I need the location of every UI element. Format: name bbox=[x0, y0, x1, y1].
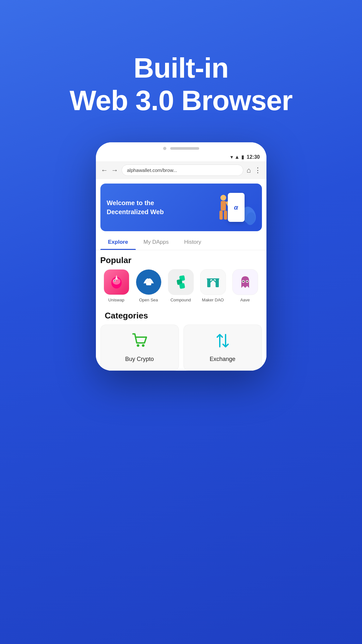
dapp-uniswap[interactable]: Uniswap bbox=[100, 269, 133, 302]
compound-icon bbox=[168, 269, 194, 295]
forward-button[interactable]: → bbox=[111, 166, 118, 175]
tab-history[interactable]: History bbox=[176, 234, 209, 250]
status-bar: ▾ ▲ ▮ 12:30 bbox=[96, 153, 266, 161]
alpha-logo: α bbox=[234, 204, 238, 211]
makerdao-icon bbox=[200, 269, 226, 295]
dapp-compound[interactable]: Compound bbox=[165, 269, 197, 302]
alpha-phone-mockup: α bbox=[228, 193, 245, 222]
dapp-makerdao[interactable]: Maker DAO bbox=[197, 269, 229, 302]
signal-icon: ▲ bbox=[235, 154, 240, 160]
exchange-label: Exchange bbox=[209, 356, 235, 363]
dapp-aave[interactable]: Aave bbox=[229, 269, 261, 302]
welcome-banner: Welcome to the Decentralized Web α bbox=[100, 184, 262, 231]
exchange-icon bbox=[215, 333, 231, 352]
compound-label: Compound bbox=[171, 298, 191, 302]
buy-crypto-label: Buy Crypto bbox=[125, 356, 154, 363]
phone-top-bar bbox=[96, 142, 266, 153]
menu-button[interactable]: ⋮ bbox=[254, 166, 261, 175]
svg-point-11 bbox=[114, 280, 115, 281]
tab-explore[interactable]: Explore bbox=[100, 234, 136, 250]
dapp-opensea[interactable]: Open Sea bbox=[133, 269, 165, 302]
categories-grid: Buy Crypto Exchange bbox=[100, 325, 262, 371]
uniswap-icon bbox=[104, 269, 129, 295]
battery-icon: ▮ bbox=[241, 154, 244, 160]
phone-mockup: ▾ ▲ ▮ 12:30 ← → alphawallet.com/brow... … bbox=[96, 142, 266, 371]
aave-label: Aave bbox=[240, 298, 250, 302]
back-button[interactable]: ← bbox=[101, 166, 108, 175]
banner-illustration: α bbox=[217, 191, 255, 223]
aave-icon bbox=[232, 269, 258, 295]
uniswap-label: Uniswap bbox=[108, 298, 125, 302]
status-icons: ▾ ▲ ▮ bbox=[230, 154, 244, 160]
dapps-row: Uniswap Open Sea bbox=[96, 269, 266, 302]
svg-rect-13 bbox=[146, 283, 151, 285]
svg-point-0 bbox=[220, 195, 226, 201]
phone-speaker bbox=[170, 147, 199, 150]
tabs-row: Explore My DApps History bbox=[96, 234, 266, 250]
camera-dot bbox=[163, 147, 166, 150]
svg-point-24 bbox=[137, 344, 139, 347]
browser-nav: ← → alphawallet.com/brow... ⌂ ⋮ bbox=[96, 161, 266, 179]
address-bar[interactable]: alphawallet.com/brow... bbox=[122, 165, 244, 176]
category-buy-crypto[interactable]: Buy Crypto bbox=[100, 325, 179, 371]
wifi-icon: ▾ bbox=[230, 154, 233, 160]
svg-rect-16 bbox=[179, 283, 185, 289]
svg-point-22 bbox=[243, 281, 244, 282]
cart-icon bbox=[132, 333, 148, 352]
opensea-icon bbox=[136, 269, 162, 295]
hero-title: Built-in Web 3.0 Browser bbox=[70, 52, 292, 117]
svg-rect-2 bbox=[219, 211, 223, 220]
svg-rect-1 bbox=[221, 201, 226, 211]
browser-content: Welcome to the Decentralized Web α bbox=[96, 179, 266, 371]
svg-point-23 bbox=[246, 281, 248, 282]
categories-section: Categories Buy Crypto bbox=[96, 306, 266, 371]
svg-rect-3 bbox=[224, 211, 227, 220]
makerdao-label: Maker DAO bbox=[202, 298, 224, 302]
popular-title: Popular bbox=[96, 250, 266, 269]
welcome-text: Welcome to the Decentralized Web bbox=[107, 198, 164, 216]
opensea-label: Open Sea bbox=[139, 298, 158, 302]
status-time: 12:30 bbox=[247, 154, 260, 160]
svg-point-25 bbox=[142, 344, 144, 347]
tab-mydapps[interactable]: My DApps bbox=[136, 234, 176, 250]
categories-title: Categories bbox=[100, 306, 262, 325]
home-button[interactable]: ⌂ bbox=[246, 166, 251, 175]
category-exchange[interactable]: Exchange bbox=[183, 325, 262, 371]
